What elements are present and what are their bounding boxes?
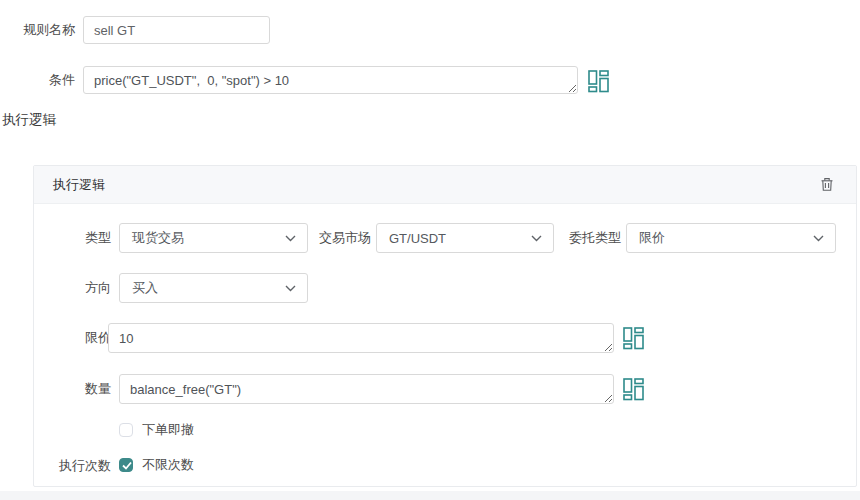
page-background-strip (0, 491, 860, 500)
check-icon (121, 460, 133, 471)
unlimited-times-label[interactable]: 不限次数 (142, 457, 194, 473)
type-label: 类型 (34, 223, 111, 253)
rule-name-label: 规则名称 (0, 16, 75, 44)
chevron-down-icon (285, 235, 296, 242)
unlimited-times-checkbox[interactable] (119, 458, 133, 472)
expression-editor-icon[interactable] (623, 327, 644, 350)
type-select-value: 现货交易 (132, 229, 184, 247)
market-label: 交易市场 (319, 223, 371, 253)
order-type-select[interactable]: 限价 (626, 223, 836, 253)
direction-select-value: 买入 (132, 279, 158, 297)
card-title: 执行逻辑 (53, 176, 105, 194)
delete-logic-button[interactable] (818, 176, 836, 194)
market-select-value: GT/USDT (389, 231, 446, 246)
limit-price-label: 限价 (34, 323, 111, 353)
amount-input[interactable]: balance_free("GT") (119, 374, 614, 404)
rule-name-input[interactable] (83, 16, 270, 44)
execution-logic-card-header: 执行逻辑 (34, 166, 856, 204)
chevron-down-icon (813, 235, 824, 242)
expression-editor-icon[interactable] (588, 70, 609, 93)
cancel-on-place-checkbox[interactable] (119, 423, 133, 437)
execution-logic-card: 执行逻辑 类型 现货交易 交易市场 GT/USDT 委托类型 (33, 165, 857, 487)
expression-editor-icon[interactable] (623, 378, 644, 401)
cancel-on-place-label[interactable]: 下单即撤 (142, 422, 194, 438)
order-type-label: 委托类型 (569, 223, 621, 253)
order-type-select-value: 限价 (639, 229, 665, 247)
condition-label: 条件 (0, 66, 75, 94)
direction-select[interactable]: 买入 (119, 273, 308, 303)
type-select[interactable]: 现货交易 (119, 223, 308, 253)
market-select[interactable]: GT/USDT (376, 223, 554, 253)
rule-editor-page: 规则名称 条件 price("GT_USDT", 0, "spot") > 10… (0, 0, 860, 500)
trash-icon (820, 177, 834, 192)
amount-label: 数量 (34, 374, 111, 404)
execution-logic-section-label: 执行逻辑 (2, 111, 56, 129)
chevron-down-icon (531, 235, 542, 242)
exec-count-label: 执行次数 (34, 458, 111, 474)
direction-label: 方向 (34, 273, 111, 303)
limit-price-input[interactable]: 10 (108, 323, 614, 353)
condition-expression-input[interactable]: price("GT_USDT", 0, "spot") > 10 (83, 66, 578, 94)
chevron-down-icon (285, 285, 296, 292)
